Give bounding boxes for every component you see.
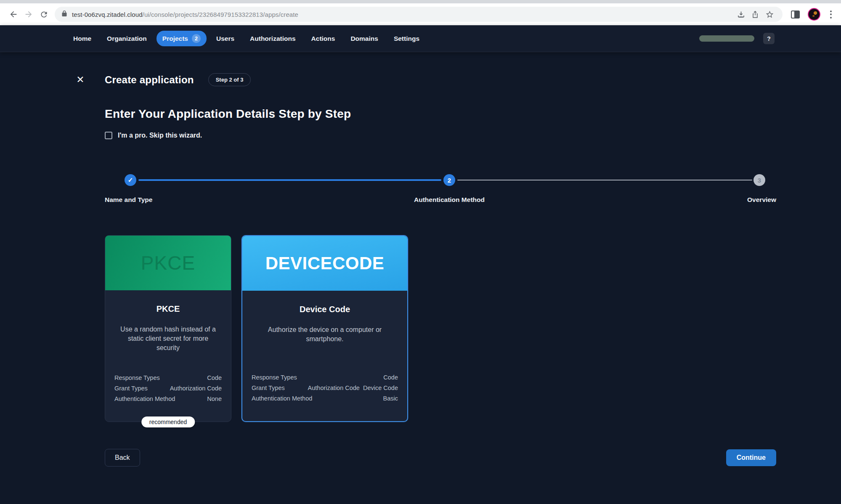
auth-method-card-devicecode[interactable]: DEVICECODE Device Code Authorize the dev… [241, 235, 408, 422]
page-title: Create application [105, 74, 194, 86]
step-3-circle[interactable]: 3 [753, 174, 765, 186]
projects-count-badge: 2 [192, 34, 201, 43]
recommended-badge: recommended [141, 416, 195, 427]
continue-button[interactable]: Continue [726, 449, 776, 466]
auth-method-card-pkce[interactable]: PKCE PKCE Use a random hash instead of a… [105, 235, 231, 422]
nav-item-settings[interactable]: Settings [388, 32, 425, 46]
skip-wizard-checkbox[interactable] [105, 132, 112, 139]
browser-tab-strip [0, 0, 841, 3]
browser-menu-icon[interactable] [828, 9, 833, 20]
pkce-banner: PKCE [105, 236, 231, 290]
table-row: Authentication Method Basic [252, 395, 398, 402]
wizard-actions: Back Continue [105, 449, 776, 467]
step-2-circle[interactable]: 2 [443, 174, 455, 186]
devicecode-description: Authorize the device on a computer or sm… [252, 325, 398, 344]
bookmark-star-icon[interactable] [762, 8, 777, 21]
pkce-description: Use a random hash instead of a static cl… [114, 325, 222, 353]
browser-toolbar: test-0o6zvq.zitadel.cloud/ui/console/pro… [0, 3, 841, 25]
pkce-spec-table: Response Types Code Grant Types Authoriz… [114, 374, 222, 402]
step-3-label: Overview [747, 196, 776, 204]
help-button[interactable]: ? [763, 33, 775, 44]
step-indicator-chip: Step 2 of 3 [208, 73, 251, 86]
step-1-label: Name and Type [105, 196, 152, 204]
nav-item-projects[interactable]: Projects 2 [157, 31, 207, 46]
nav-item-authorizations[interactable]: Authorizations [244, 32, 302, 46]
back-button[interactable]: Back [105, 449, 140, 467]
lock-icon[interactable] [61, 10, 67, 19]
browser-reload-icon[interactable] [36, 7, 51, 21]
browser-profile-avatar[interactable] [808, 8, 820, 21]
table-row: Authentication Method None [114, 395, 222, 402]
address-bar[interactable]: test-0o6zvq.zitadel.cloud/ui/console/pro… [55, 7, 783, 22]
step-1-circle-check-icon[interactable]: ✓ [125, 174, 136, 186]
close-icon[interactable]: ✕ [75, 75, 86, 85]
console-top-nav: Home Organization Projects 2 Users Autho… [0, 25, 841, 52]
browser-toolbar-right [791, 8, 833, 21]
wizard-stepper: ✓ 2 3 Name and Type Authentication Metho… [105, 174, 776, 208]
nav-item-users[interactable]: Users [210, 32, 240, 46]
browser-back-icon[interactable] [6, 7, 21, 21]
table-row: Response Types Code [252, 374, 398, 381]
nav-item-organization[interactable]: Organization [101, 32, 153, 46]
url-text: test-0o6zvq.zitadel.cloud/ui/console/pro… [72, 11, 298, 18]
stepper-line-completed [138, 179, 441, 181]
table-row: Grant Types Authorization Code [114, 385, 222, 392]
skip-wizard-label: I'm a pro. Skip this wizard. [118, 132, 202, 139]
share-icon[interactable] [748, 8, 762, 21]
nav-item-actions[interactable]: Actions [305, 32, 341, 46]
wizard-heading: Enter Your Application Details Step by S… [105, 107, 776, 121]
nav-item-home[interactable]: Home [67, 32, 97, 46]
auth-method-cards: PKCE PKCE Use a random hash instead of a… [105, 235, 776, 422]
browser-forward-icon[interactable] [21, 7, 36, 21]
create-application-wizard: ✕ Create application Step 2 of 3 Enter Y… [0, 52, 841, 467]
wizard-header: ✕ Create application Step 2 of 3 [75, 73, 776, 86]
step-2-label: Authentication Method [414, 196, 485, 204]
download-icon[interactable] [734, 8, 748, 21]
nav-items: Home Organization Projects 2 Users Autho… [67, 31, 425, 46]
skip-wizard-row[interactable]: I'm a pro. Skip this wizard. [105, 132, 776, 139]
devicecode-spec-table: Response Types Code Grant Types Authoriz… [252, 374, 398, 402]
devicecode-title: Device Code [252, 305, 398, 314]
table-row: Response Types Code [114, 374, 222, 381]
side-panel-icon[interactable] [791, 11, 800, 19]
org-context-skeleton[interactable] [699, 35, 754, 42]
table-row: Grant Types Authorization Code Device Co… [252, 385, 398, 391]
nav-item-domains[interactable]: Domains [345, 32, 384, 46]
devicecode-banner: DEVICECODE [242, 236, 407, 291]
stepper-line-upcoming [457, 180, 752, 180]
pkce-title: PKCE [114, 304, 222, 314]
